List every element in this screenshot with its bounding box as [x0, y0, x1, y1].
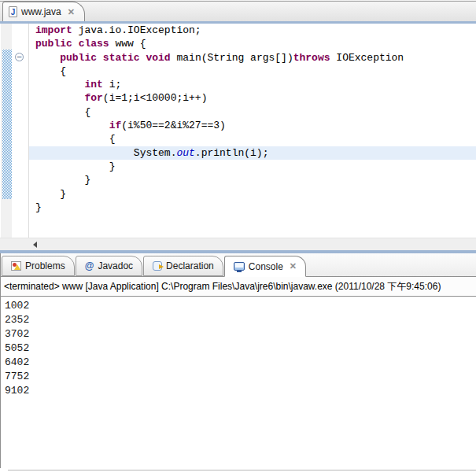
- code-line[interactable]: {: [29, 65, 476, 78]
- code-line[interactable]: {: [29, 105, 476, 119]
- console-status-line: <terminated> www [Java Application] C:\P…: [0, 277, 476, 297]
- code-segment: {: [35, 133, 115, 145]
- code-segment: class: [79, 38, 109, 50]
- code-segment: if: [109, 120, 122, 131]
- marker-ruler[interactable]: [1, 24, 12, 238]
- code-segment: import: [35, 24, 72, 36]
- window-bottom-border: [8, 470, 476, 470]
- bottom-tabbar: Problems@JavadocDeclarationConsole✕: [0, 253, 476, 277]
- problems-icon: [11, 261, 21, 271]
- console-line: 3702: [5, 327, 476, 341]
- code-segment: IOException: [330, 52, 404, 64]
- fold-gutter[interactable]: −: [12, 24, 28, 238]
- console-line: 2352: [5, 313, 476, 327]
- code-line[interactable]: {: [29, 132, 476, 146]
- code-segment: out: [176, 147, 194, 159]
- tab-label: Console: [249, 261, 283, 272]
- console-icon: [234, 262, 245, 271]
- console-line: 1002: [5, 299, 476, 313]
- code-line[interactable]: int i;: [29, 78, 476, 91]
- code-segment: [35, 120, 109, 131]
- code-line[interactable]: }: [29, 173, 476, 186]
- code-segment: [35, 92, 84, 104]
- code-line[interactable]: public static void main(String args[])th…: [29, 51, 476, 65]
- declaration-icon: [153, 261, 162, 271]
- close-icon[interactable]: ✕: [290, 261, 297, 271]
- code-segment: i;: [103, 79, 121, 90]
- code-segment: throws: [293, 52, 330, 64]
- bottom-panel: Problems@JavadocDeclarationConsole✕ <ter…: [0, 253, 476, 476]
- tab-label: Problems: [25, 260, 65, 271]
- code-segment: [72, 38, 79, 50]
- code-segment: for: [84, 92, 102, 104]
- code-segment: (i=1;i<10000;i++): [103, 92, 208, 104]
- javadoc-icon: @: [85, 261, 94, 271]
- code-line[interactable]: import java.io.IOException;: [29, 24, 476, 37]
- code-segment: System.: [35, 147, 176, 159]
- range-indicator: [2, 50, 12, 199]
- code-line[interactable]: for(i=1;i<10000;i++): [29, 91, 476, 105]
- horizontal-scrollbar[interactable]: [0, 238, 476, 250]
- bottom-panel-left-border: [0, 253, 1, 468]
- code-segment: {: [35, 65, 66, 77]
- code-segment: }: [35, 161, 115, 172]
- code-line[interactable]: if(i%50==2&i%27==3): [29, 119, 476, 132]
- code-segment: (i%50==2&i%27==3): [121, 120, 226, 131]
- code-segment: main(String args[]): [171, 52, 293, 64]
- code-segment: }: [35, 201, 42, 213]
- code-segment: public: [60, 52, 97, 64]
- console-line: 7752: [5, 370, 476, 384]
- code-segment: www {: [109, 38, 146, 50]
- code-line[interactable]: public class www {: [29, 37, 476, 50]
- eclipse-window: J www.java ✕ − import java.io.IOExceptio…: [0, 0, 476, 476]
- console-line: 5052: [5, 341, 476, 356]
- tab-label: Declaration: [166, 260, 214, 271]
- code-segment: static: [103, 52, 140, 64]
- console-view[interactable]: 1002235237025052640277529102: [0, 297, 476, 468]
- tab-www-java[interactable]: J www.java ✕: [2, 2, 85, 21]
- tab-label: Javadoc: [98, 260, 133, 271]
- console-line: 6402: [5, 356, 476, 370]
- scroll-left-arrow-icon[interactable]: [33, 242, 37, 248]
- tab-declaration[interactable]: Declaration: [143, 256, 223, 276]
- collapse-icon[interactable]: −: [15, 53, 24, 61]
- code-segment: void: [146, 52, 170, 64]
- tab-problems[interactable]: Problems: [2, 256, 75, 276]
- bottom-tabs: Problems@JavadocDeclarationConsole✕: [2, 256, 307, 277]
- code-segment: [35, 52, 60, 64]
- code-editor[interactable]: − import java.io.IOException;public clas…: [0, 24, 476, 238]
- close-icon[interactable]: ✕: [68, 7, 75, 17]
- code-line[interactable]: }: [29, 187, 476, 201]
- code-segment: }: [35, 188, 66, 200]
- code-line[interactable]: }: [29, 201, 476, 214]
- code-area[interactable]: import java.io.IOException;public class …: [29, 24, 476, 238]
- console-output[interactable]: 1002235237025052640277529102: [0, 297, 476, 398]
- code-segment: [97, 52, 103, 64]
- code-segment: int: [84, 79, 102, 90]
- code-segment: [35, 79, 84, 90]
- tab-label: www.java: [21, 6, 61, 17]
- tab-javadoc[interactable]: @Javadoc: [76, 256, 142, 276]
- java-file-icon: J: [9, 6, 17, 17]
- code-segment: {: [35, 106, 90, 118]
- code-segment: .println(i);: [195, 147, 269, 159]
- code-segment: public: [35, 38, 72, 50]
- code-line[interactable]: }: [29, 160, 476, 173]
- console-line: 9102: [5, 384, 476, 398]
- code-line-highlighted[interactable]: System.out.println(i);: [29, 146, 476, 160]
- editor-tabbar: J www.java ✕: [0, 0, 476, 21]
- code-segment: }: [35, 174, 90, 186]
- code-segment: java.io.IOException;: [72, 24, 201, 36]
- tab-console[interactable]: Console✕: [224, 256, 306, 277]
